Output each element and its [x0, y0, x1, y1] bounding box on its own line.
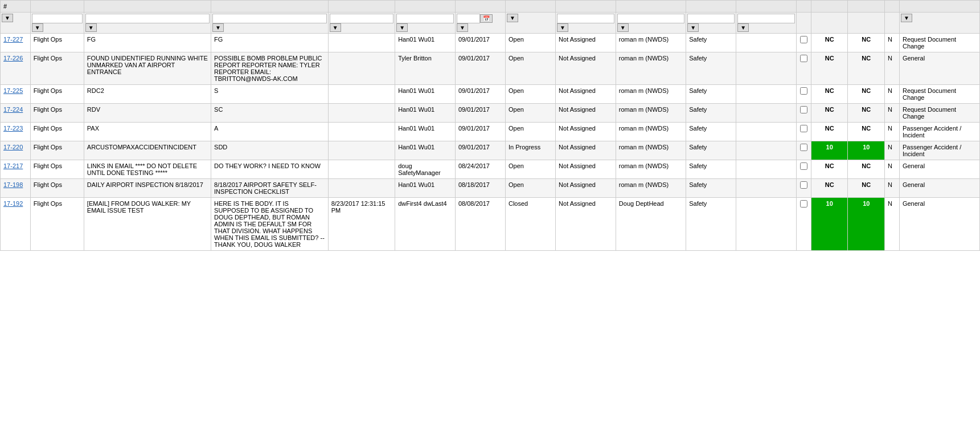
table-cell: SDD	[211, 141, 329, 160]
checkbox-cell[interactable]	[797, 179, 811, 198]
table-cell: In Progress	[505, 141, 555, 160]
table-cell: Not Assigned	[556, 198, 616, 251]
table-cell: General	[899, 198, 979, 251]
filter-desc-input[interactable]	[212, 14, 327, 23]
checkbox-cell[interactable]	[797, 123, 811, 141]
filter-reported-input[interactable]	[457, 14, 481, 23]
table-cell: N	[885, 85, 900, 104]
table-cell: Safety	[686, 85, 736, 104]
checkbox-cell[interactable]	[797, 85, 811, 104]
row-checkbox[interactable]	[800, 87, 807, 95]
report-link[interactable]: 17-225	[3, 87, 23, 94]
table-cell: S	[211, 85, 329, 104]
checkbox-cell[interactable]	[797, 34, 811, 52]
filter-type-input[interactable]	[687, 14, 735, 23]
table-cell: roman m (NWDS)	[616, 141, 686, 160]
table-cell: Request Document Change	[899, 34, 979, 52]
report-link[interactable]: 17-226	[3, 55, 23, 62]
report-link[interactable]: 17-223	[3, 125, 23, 132]
filter-desc-btn[interactable]: ▼	[212, 23, 224, 32]
filter-num-btn[interactable]: ▼	[2, 14, 13, 22]
table-cell: Safety	[686, 198, 736, 251]
row-checkbox[interactable]	[800, 144, 807, 151]
report-link[interactable]: 17-198	[3, 181, 23, 188]
table-cell: Open	[505, 52, 555, 85]
checkbox-cell[interactable]	[797, 141, 811, 160]
col-header-title	[84, 1, 211, 13]
col-header-assigned	[616, 1, 686, 13]
filter-division-btn[interactable]: ▼	[32, 23, 43, 32]
filter-risk-initial	[811, 13, 848, 34]
filter-closure-btn[interactable]: ▼	[330, 23, 341, 32]
table-cell: General	[899, 52, 979, 85]
col-header-p	[797, 1, 811, 13]
filter-reported-btn[interactable]: ▼	[457, 23, 468, 32]
checkbox-cell[interactable]	[797, 52, 811, 85]
filter-location-btn[interactable]: ▼	[737, 23, 749, 32]
filter-reported-by-input[interactable]	[396, 14, 454, 23]
table-cell: 08/08/2017	[455, 198, 505, 251]
table-cell: 09/01/2017	[455, 34, 505, 52]
row-checkbox[interactable]	[800, 125, 807, 132]
report-link[interactable]: 17-224	[3, 106, 23, 113]
table-cell: Passenger Accident / Incident	[899, 141, 979, 160]
row-checkbox[interactable]	[800, 55, 807, 62]
table-cell: DO THEY WORK? I NEED TO KNOW	[211, 160, 329, 179]
checkbox-cell[interactable]	[797, 160, 811, 179]
row-checkbox[interactable]	[800, 106, 807, 113]
table-cell: SC	[211, 104, 329, 123]
filter-division-input[interactable]	[32, 14, 83, 23]
table-cell	[736, 141, 797, 160]
checkbox-cell[interactable]	[797, 104, 811, 123]
filter-assigned-btn[interactable]: ▼	[617, 23, 629, 32]
filter-title-input[interactable]	[85, 14, 210, 23]
table-cell: 17-224	[1, 104, 31, 123]
filter-dept-btn[interactable]: ▼	[557, 23, 568, 32]
table-cell	[736, 34, 797, 52]
filter-reported: 📅▼	[455, 13, 505, 34]
table-cell: Request Document Change	[899, 104, 979, 123]
filter-closure: ▼	[328, 13, 395, 34]
table-row: 17-220Flight OpsARCUSTOMPAXACCIDENTINCID…	[1, 141, 980, 160]
risk-initial-cell: NC	[811, 85, 848, 104]
table-cell: Flight Ops	[30, 85, 84, 104]
report-link[interactable]: 17-227	[3, 36, 23, 43]
row-checkbox[interactable]	[800, 162, 807, 170]
filter-assigned-input[interactable]	[617, 14, 684, 23]
filter-reported-by-btn[interactable]: ▼	[396, 23, 408, 32]
filter-status-btn[interactable]: ▼	[507, 14, 518, 22]
filter-location-input[interactable]	[737, 14, 795, 23]
table-row: 17-198Flight OpsDAILY AIRPORT INSPECTION…	[1, 179, 980, 198]
report-link[interactable]: 17-192	[3, 200, 23, 207]
table-cell	[328, 104, 395, 123]
table-cell: 17-223	[1, 123, 31, 141]
row-checkbox[interactable]	[800, 181, 807, 189]
table-cell: General	[899, 160, 979, 179]
col-header-a	[885, 1, 900, 13]
risk-initial-cell: NC	[811, 160, 848, 179]
table-cell: Han01 Wu01	[395, 123, 456, 141]
risk-initial-cell: NC	[811, 52, 848, 85]
filter-report-btn[interactable]: ▼	[901, 14, 912, 22]
table-cell: roman m (NWDS)	[616, 85, 686, 104]
filter-type-btn[interactable]: ▼	[687, 23, 699, 32]
table-cell: Safety	[686, 141, 736, 160]
table-cell: 09/01/2017	[455, 123, 505, 141]
table-cell	[736, 198, 797, 251]
filter-title-btn[interactable]: ▼	[85, 23, 97, 32]
table-cell: Passenger Accident / Incident	[899, 123, 979, 141]
row-checkbox[interactable]	[800, 200, 807, 208]
table-cell: Han01 Wu01	[395, 34, 456, 52]
col-header-reported-by	[395, 1, 456, 13]
table-cell: Han01 Wu01	[395, 85, 456, 104]
table-cell: roman m (NWDS)	[616, 104, 686, 123]
checkbox-cell[interactable]	[797, 198, 811, 251]
report-link[interactable]: 17-217	[3, 162, 23, 169]
row-checkbox[interactable]	[800, 36, 807, 43]
header-row: #	[1, 1, 980, 13]
filter-closure-input[interactable]	[330, 14, 393, 23]
filter-reported-calendar[interactable]: 📅	[480, 14, 493, 23]
filter-dept-input[interactable]	[557, 14, 614, 23]
table-cell: N	[885, 34, 900, 52]
report-link[interactable]: 17-220	[3, 144, 23, 151]
